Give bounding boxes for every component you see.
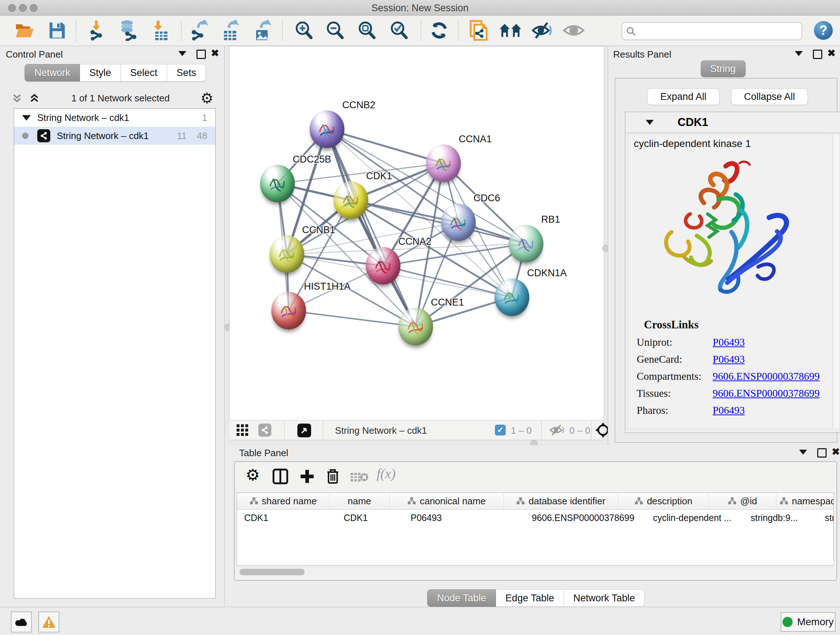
warning-button[interactable]	[38, 611, 59, 632]
column-header-name[interactable]: name	[330, 493, 390, 509]
zoom-out-button[interactable]	[324, 19, 347, 42]
network-node-cdc6[interactable]	[441, 203, 476, 241]
gene-section-header[interactable]: CDK1	[625, 112, 840, 133]
selected-nodes-checkbox-icon[interactable]: ✓	[495, 424, 506, 435]
panel-menu-caret-icon[interactable]	[178, 51, 186, 57]
network-node-ccna2[interactable]	[366, 247, 401, 285]
collapse-all-icon[interactable]	[11, 92, 23, 104]
export-network-button[interactable]	[188, 19, 211, 42]
expand-all-button[interactable]: Expand All	[647, 88, 720, 105]
panel-menu-caret-icon[interactable]	[799, 450, 807, 456]
cloud-button[interactable]	[11, 611, 32, 632]
network-node-rb1[interactable]	[508, 225, 543, 263]
column-header-canonical-name[interactable]: canonical name	[390, 493, 504, 509]
zoom-fit-button[interactable]	[355, 19, 378, 42]
results-scrollbar[interactable]	[833, 134, 840, 429]
gene-caret-icon[interactable]	[646, 120, 654, 125]
tab-network[interactable]: Network	[25, 64, 80, 81]
table-cell: 9606.ENSP00000378699	[524, 510, 646, 526]
tab-edge-table[interactable]: Edge Table	[496, 589, 564, 607]
collapse-all-button[interactable]: Collapse All	[731, 88, 808, 105]
panel-menu-caret-icon[interactable]	[795, 51, 803, 57]
table-hscrollbar-thumb[interactable]	[240, 569, 305, 575]
table-hscrollbar[interactable]	[237, 567, 833, 577]
close-panel-icon[interactable]: ✖	[832, 448, 840, 456]
column-header-@id[interactable]: @id	[709, 493, 776, 509]
show-columns-icon[interactable]	[272, 469, 288, 485]
export-table-button[interactable]	[219, 19, 242, 42]
tab-string[interactable]: String	[701, 60, 745, 77]
tab-sets[interactable]: Sets	[167, 64, 206, 81]
network-canvas[interactable]: CCNB2 CCNA1 CDC25B CDK1 CDC6 RB1	[229, 46, 604, 421]
float-panel-icon[interactable]	[813, 50, 822, 60]
hide-details-button[interactable]	[531, 19, 554, 42]
import-network-button[interactable]	[87, 19, 110, 42]
refresh-button[interactable]	[428, 19, 451, 42]
column-header-description[interactable]: description	[618, 493, 709, 509]
crosslink-link[interactable]: P06493	[713, 353, 832, 365]
tab-network-table[interactable]: Network Table	[564, 589, 645, 607]
clone-network-button[interactable]	[468, 19, 491, 42]
network-node-ccnb1[interactable]	[270, 235, 304, 273]
network-options-gear-icon[interactable]: ⚙	[201, 92, 213, 104]
network-node-hist1h1a[interactable]	[271, 292, 306, 329]
collection-caret-icon[interactable]	[22, 115, 31, 120]
crosslink-link[interactable]: P06493	[713, 404, 832, 416]
grid-view-icon[interactable]	[237, 424, 249, 437]
network-node-cdc25b[interactable]	[260, 165, 295, 203]
zoom-selected-button[interactable]	[387, 19, 411, 42]
birdseye-view-icon[interactable]	[297, 424, 311, 437]
memory-label: Memory	[797, 616, 834, 628]
network-node-ccna1[interactable]	[426, 144, 461, 182]
column-header-namespac[interactable]: namespac	[776, 493, 834, 509]
network-selection-status: 1 of 1 Network selected	[41, 93, 201, 104]
open-session-button[interactable]	[14, 19, 37, 42]
string-view-icon[interactable]	[258, 424, 271, 437]
crosslink-row: Compartments:9606.ENSP00000378699	[637, 371, 832, 382]
function-builder-button[interactable]: f(x)	[377, 466, 396, 481]
close-panel-icon[interactable]: ✖	[827, 50, 836, 58]
protein-thumbnail-icon	[371, 255, 395, 278]
export-image-button[interactable]	[251, 19, 274, 42]
help-button[interactable]: ?	[814, 21, 833, 40]
tab-style[interactable]: Style	[80, 64, 121, 81]
delete-table-icon[interactable]	[350, 471, 369, 483]
column-header-database-identifier[interactable]: database identifier	[504, 493, 618, 509]
column-header-shared-name[interactable]: shared name	[237, 493, 330, 509]
network-node-cdkn1a[interactable]	[494, 279, 529, 316]
network-collection-row[interactable]: String Network – cdk1 1	[14, 109, 215, 127]
control-panel-tabs: NetworkStyleSelectSets	[25, 64, 206, 81]
delete-column-icon[interactable]	[325, 468, 340, 485]
network-label: String Network – cdk1	[57, 130, 149, 141]
table-tabs: Node TableEdge TableNetwork Table	[427, 589, 645, 607]
expand-all-icon[interactable]	[28, 92, 41, 104]
search-input[interactable]	[622, 22, 802, 40]
show-details-button[interactable]	[562, 19, 585, 42]
refresh-icon	[429, 21, 449, 40]
crosslink-link[interactable]: 9606.ENSP00000378699	[713, 371, 832, 382]
crosslink-link[interactable]: 9606.ENSP00000378699	[713, 387, 832, 399]
tab-node-table[interactable]: Node Table	[427, 589, 496, 607]
network-node-ccne1[interactable]	[398, 308, 433, 345]
network-edges	[230, 46, 604, 420]
crosslink-link[interactable]: P06493	[713, 336, 832, 348]
home-button[interactable]	[499, 19, 522, 42]
float-panel-icon[interactable]	[196, 50, 206, 60]
network-node-ccnb2[interactable]	[309, 111, 344, 148]
table-options-gear-icon[interactable]: ⚙	[246, 467, 260, 483]
memory-button[interactable]: Memory	[781, 612, 836, 632]
table-cell: P06493	[403, 510, 524, 526]
table-row[interactable]: CDK1CDK1P064939606.ENSP00000378699cyclin…	[237, 510, 834, 526]
zoom-in-button[interactable]	[292, 19, 316, 42]
float-panel-icon[interactable]	[817, 448, 827, 459]
save-icon	[48, 21, 66, 40]
import-table-button[interactable]	[150, 19, 173, 42]
close-panel-icon[interactable]: ✖	[211, 50, 219, 58]
network-node-cdk1[interactable]	[333, 181, 368, 219]
memory-status-dot	[783, 617, 793, 627]
import-network-from-database-button[interactable]	[117, 19, 140, 42]
add-column-icon[interactable]	[299, 469, 315, 485]
network-row[interactable]: String Network – cdk1 11 48	[14, 127, 215, 145]
save-session-button[interactable]	[46, 19, 69, 42]
tab-select[interactable]: Select	[121, 64, 167, 81]
